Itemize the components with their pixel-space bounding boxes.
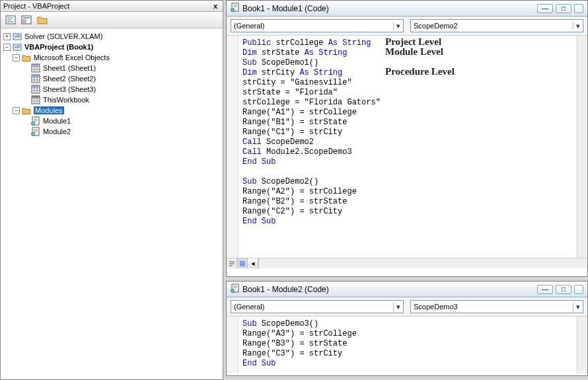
horizontal-scrollbar[interactable] (258, 258, 587, 268)
code-line: Range("B3") = strState (242, 339, 577, 349)
toggle-folders-button[interactable] (35, 13, 50, 26)
code-line: Range("C1") = strCity (242, 128, 577, 137)
dropdown-value: (General) (234, 22, 264, 30)
svg-rect-5 (23, 17, 30, 19)
tree-node-thisworkbook[interactable]: ThisWorkbook (2, 95, 221, 105)
code-line: Range("A3") = strCollege (242, 329, 577, 339)
close-button[interactable] (574, 285, 583, 294)
worksheet-icon (31, 85, 40, 94)
code-dropdowns: (General) ▾ ScopeDemo3 ▾ (227, 297, 587, 317)
scroll-left-button[interactable]: ◂ (248, 258, 258, 268)
tree-node-module2[interactable]: Module2 (2, 126, 221, 137)
svg-point-46 (231, 9, 235, 12)
procedure-dropdown[interactable]: ScopeDemo3 ▾ (410, 300, 583, 313)
svg-rect-26 (32, 85, 40, 87)
chevron-down-icon: ▾ (573, 22, 580, 30)
close-button[interactable] (574, 4, 583, 13)
code-line (242, 167, 577, 177)
code-line: Range("B2") = strState (242, 197, 577, 207)
object-dropdown[interactable]: (General) ▾ (231, 300, 404, 313)
dropdown-value: (General) (234, 303, 264, 311)
procedure-dropdown[interactable]: ScopeDemo2 ▾ (410, 19, 583, 32)
code-line: Call ScopeDemo2 (242, 137, 577, 147)
tree-node-sheet3[interactable]: Sheet3 (Sheet3) (2, 84, 221, 95)
tree-node-sheet2[interactable]: Sheet2 (Sheet2) (2, 73, 221, 84)
tree-label: Module2 (43, 128, 71, 135)
tree-label: Microsoft Excel Objects (34, 54, 110, 61)
module-icon (31, 127, 40, 136)
view-code-button[interactable] (3, 13, 18, 26)
module-icon (31, 116, 40, 126)
code-line: Call Module2.ScopeDemo3 (242, 147, 577, 157)
vba-project-icon (13, 42, 22, 52)
code-line: strCity = "Gainesville" (242, 78, 577, 88)
svg-point-42 (32, 133, 35, 136)
vertical-scrollbar[interactable] (577, 36, 587, 258)
tree-label: Modules (34, 106, 64, 114)
chevron-down-icon: ▾ (393, 303, 400, 311)
tree-node-vbaproject[interactable]: − VBAProject (Book1) (2, 42, 221, 52)
tree-node-solver[interactable]: + Solver (SOLVER.XLAM) (2, 31, 221, 42)
tree-node-excel-objects[interactable]: − Microsoft Excel Objects (2, 52, 221, 63)
module-icon (231, 284, 240, 295)
code-line: Sub ScopeDemo2() (242, 177, 577, 187)
worksheet-icon (31, 63, 40, 73)
collapse-icon[interactable]: − (13, 107, 20, 114)
code-editor[interactable]: Sub ScopeDemo3() Range("A3") = strColleg… (227, 317, 577, 373)
svg-point-37 (32, 122, 35, 126)
code-line: Dim strCity As String (242, 68, 577, 78)
full-module-view-button[interactable] (237, 258, 248, 268)
code-margin (227, 317, 239, 373)
folder-icon (22, 53, 31, 62)
project-panel-titlebar: Project - VBAProject x (1, 1, 223, 12)
svg-point-57 (231, 289, 235, 293)
workbook-icon (31, 95, 40, 104)
tree-label: ThisWorkbook (43, 96, 89, 104)
tree-label: Sheet2 (Sheet2) (43, 75, 96, 83)
vertical-scrollbar[interactable] (577, 317, 587, 373)
window-title: Book1 - Module1 (Code) (242, 4, 329, 13)
minimize-button[interactable]: — (537, 4, 553, 13)
object-dropdown[interactable]: (General) ▾ (231, 19, 404, 32)
tree-node-sheet1[interactable]: Sheet1 (Sheet1) (2, 63, 221, 73)
expand-icon[interactable]: + (3, 33, 11, 40)
close-icon[interactable]: x (211, 2, 220, 10)
svg-rect-6 (23, 20, 26, 22)
code-window-module2: Book1 - Module2 (Code) — □ (General) ▾ S… (226, 281, 588, 376)
mdi-area: Book1 - Module1 (Code) — □ (General) ▾ S… (223, 0, 588, 380)
tree-node-modules[interactable]: − Modules (2, 105, 221, 116)
code-line: Range("C2") = strCity (242, 207, 577, 217)
code-line: Dim strState As String (242, 48, 577, 58)
code-line: Range("A1") = strCollege (242, 108, 577, 118)
code-line: Range("B1") = strState (242, 118, 577, 128)
project-panel-title: Project - VBAProject (3, 2, 69, 10)
project-tree[interactable]: + Solver (SOLVER.XLAM) − VBAProject (Boo… (1, 28, 223, 379)
code-line: End Sub (242, 157, 577, 167)
maximize-button[interactable]: □ (556, 285, 571, 294)
horizontal-scrollbar-strip: ◂ (227, 258, 587, 268)
code-editor[interactable]: Project Level Module Level Procedure Lev… (227, 36, 577, 258)
window-titlebar[interactable]: Book1 - Module2 (Code) — □ (227, 282, 587, 297)
window-titlebar[interactable]: Book1 - Module1 (Code) — □ (227, 1, 587, 17)
svg-rect-14 (32, 64, 40, 66)
maximize-button[interactable]: □ (556, 4, 571, 13)
collapse-icon[interactable]: − (13, 54, 20, 61)
collapse-icon[interactable]: − (3, 44, 11, 51)
code-line: strState = "Florida" (242, 88, 577, 98)
procedure-view-button[interactable] (227, 258, 237, 268)
worksheet-icon (31, 74, 40, 83)
code-margin (227, 36, 239, 258)
dropdown-value: ScopeDemo2 (414, 22, 458, 30)
minimize-button[interactable]: — (537, 285, 553, 294)
svg-rect-20 (32, 75, 40, 77)
module-icon (231, 3, 240, 14)
code-dropdowns: (General) ▾ ScopeDemo2 ▾ (227, 17, 587, 36)
tree-node-module1[interactable]: Module1 (2, 116, 221, 126)
project-explorer-panel: Project - VBAProject x + Solver (SOLVER.… (0, 0, 223, 380)
code-line: Public strCollege As String (242, 38, 577, 48)
view-object-button[interactable] (19, 13, 34, 26)
code-line: End Sub (242, 359, 577, 369)
project-toolbar (1, 12, 223, 28)
code-line: Sub ScopeDemo1() (242, 58, 577, 68)
svg-rect-32 (32, 96, 40, 98)
